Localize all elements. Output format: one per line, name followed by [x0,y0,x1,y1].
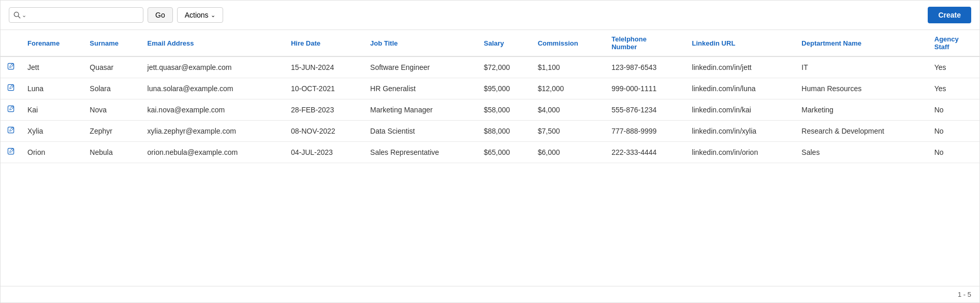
edit-cell[interactable] [1,99,21,121]
actions-label: Actions [185,11,209,19]
svg-line-9 [11,128,13,129]
table-row: OrionNebulaorion.nebula@example.com04-JU… [1,142,979,163]
edit-icon[interactable] [7,127,15,136]
cell-hiredate: 28-FEB-2023 [285,99,364,121]
cell-hiredate: 08-NOV-2022 [285,121,364,142]
cell-telephone: 123-987-6543 [605,56,685,78]
svg-line-11 [11,149,13,151]
cell-surname: Quasar [83,56,141,78]
table-row: JettQuasarjett.quasar@example.com15-JUN-… [1,56,979,78]
col-header-commission[interactable]: Commission [532,30,606,56]
cell-linkedin: linkedin.com/in/kai [686,99,796,121]
table-row: KaiNovakai.nova@example.com28-FEB-2023Ma… [1,99,979,121]
actions-button[interactable]: Actions ⌄ [177,7,223,23]
col-header-surname[interactable]: Surname [83,30,141,56]
svg-line-7 [11,107,13,108]
cell-email: luna.solara@example.com [141,78,285,99]
data-table: Forename Surname Email Address Hire Date… [1,30,979,163]
cell-agency: No [928,99,979,121]
cell-jobtitle: Data Scientist [364,121,477,142]
edit-icon[interactable] [7,148,15,157]
cell-email: orion.nebula@example.com [141,142,285,163]
col-header-salary[interactable]: Salary [477,30,531,56]
col-header-email[interactable]: Email Address [141,30,285,56]
edit-cell[interactable] [1,121,21,142]
cell-linkedin: linkedin.com/in/orion [686,142,796,163]
col-header-telephone[interactable]: TelelphoneNumber [605,30,685,56]
cell-salary: $65,000 [477,142,531,163]
search-icon: ⌄ [13,11,26,19]
main-container: ⌄ Go Actions ⌄ Create Forename Surname E… [0,0,980,303]
cell-jobtitle: Marketing Manager [364,99,477,121]
cell-email: jett.quasar@example.com [141,56,285,78]
svg-line-1 [18,16,20,18]
cell-salary: $72,000 [477,56,531,78]
cell-department: Sales [795,142,928,163]
cell-forename: Kai [21,99,83,121]
cell-forename: Xylia [21,121,83,142]
cell-hiredate: 10-OCT-2021 [285,78,364,99]
table-header: Forename Surname Email Address Hire Date… [1,30,979,56]
cell-salary: $88,000 [477,121,531,142]
cell-linkedin: linkedin.com/in/jett [686,56,796,78]
cell-commission: $12,000 [532,78,606,99]
cell-agency: No [928,121,979,142]
edit-cell[interactable] [1,142,21,163]
edit-icon[interactable] [7,106,15,114]
cell-forename: Orion [21,142,83,163]
col-header-linkedin[interactable]: Linkedin URL [686,30,796,56]
header-row: Forename Surname Email Address Hire Date… [1,30,979,56]
cell-department: Human Resources [795,78,928,99]
search-box[interactable]: ⌄ [9,7,143,23]
cell-jobtitle: Sales Representative [364,142,477,163]
search-input[interactable] [28,11,139,19]
table-wrapper: Forename Surname Email Address Hire Date… [1,30,979,286]
cell-agency: Yes [928,56,979,78]
svg-line-5 [11,85,13,87]
search-dropdown-icon: ⌄ [22,12,26,19]
toolbar: ⌄ Go Actions ⌄ Create [1,1,979,30]
cell-hiredate: 04-JUL-2023 [285,142,364,163]
col-header-agency[interactable]: AgencyStaff [928,30,979,56]
cell-telephone: 999-000-1111 [605,78,685,99]
cell-email: xylia.zephyr@example.com [141,121,285,142]
cell-telephone: 777-888-9999 [605,121,685,142]
col-header-department[interactable]: Deptartment Name [795,30,928,56]
create-button[interactable]: Create [928,7,971,23]
cell-commission: $6,000 [532,142,606,163]
col-header-hiredate[interactable]: Hire Date [285,30,364,56]
cell-agency: Yes [928,78,979,99]
col-header-edit [1,30,21,56]
cell-telephone: 222-333-4444 [605,142,685,163]
cell-telephone: 555-876-1234 [605,99,685,121]
col-header-forename[interactable]: Forename [21,30,83,56]
edit-cell[interactable] [1,56,21,78]
cell-jobtitle: HR Generalist [364,78,477,99]
edit-cell[interactable] [1,78,21,99]
cell-surname: Nova [83,99,141,121]
cell-salary: $58,000 [477,99,531,121]
go-button[interactable]: Go [148,7,173,23]
cell-forename: Jett [21,56,83,78]
cell-hiredate: 15-JUN-2024 [285,56,364,78]
cell-email: kai.nova@example.com [141,99,285,121]
cell-department: IT [795,56,928,78]
pagination-info: 1 - 5 [958,291,971,298]
cell-linkedin: linkedin.com/in/luna [686,78,796,99]
table-row: XyliaZephyrxylia.zephyr@example.com08-NO… [1,121,979,142]
col-header-jobtitle[interactable]: Job Title [364,30,477,56]
cell-surname: Solara [83,78,141,99]
cell-surname: Zephyr [83,121,141,142]
cell-surname: Nebula [83,142,141,163]
cell-department: Marketing [795,99,928,121]
cell-commission: $7,500 [532,121,606,142]
cell-forename: Luna [21,78,83,99]
edit-icon[interactable] [7,63,15,72]
table-footer: 1 - 5 [1,286,979,302]
table-row: LunaSolaraluna.solara@example.com10-OCT-… [1,78,979,99]
cell-linkedin: linkedin.com/in/xylia [686,121,796,142]
cell-agency: No [928,142,979,163]
cell-commission: $1,100 [532,56,606,78]
cell-department: Research & Development [795,121,928,142]
edit-icon[interactable] [7,84,15,93]
